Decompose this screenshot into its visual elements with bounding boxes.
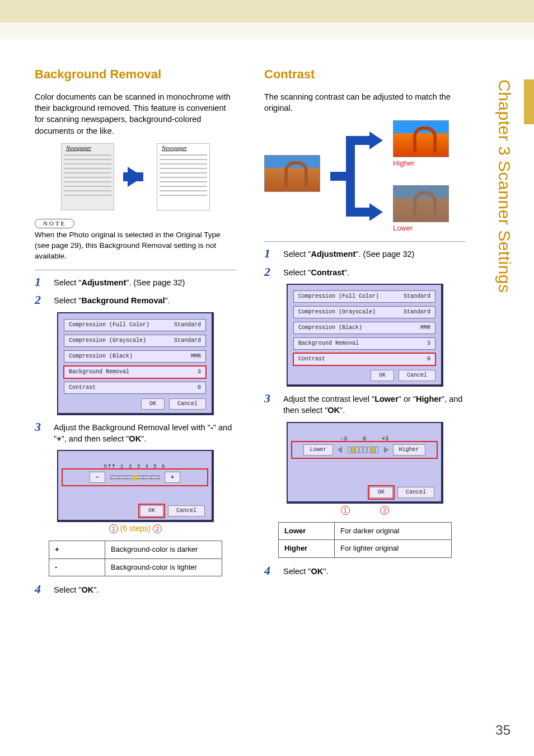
menu-row-background-removal[interactable]: Background Removal3 [64,366,206,378]
l: Contrast [298,355,325,363]
step-number: 4 [264,565,275,577]
scale-labels: Off 1 2 3 4 5 6 [65,463,205,471]
slider-thumb[interactable] [133,475,137,481]
arrow-right-icon [128,167,143,187]
step-text: Select "OK". [283,565,466,577]
contrast-reference-table: LowerFor darker original HigherFor light… [278,522,452,557]
step-1: 1 Select "Adjustment". (See page 32) [35,276,236,288]
l: Compression (Full Color) [298,293,379,300]
step-number: 2 [35,294,46,306]
menu-row-contrast[interactable]: Contrast0 [64,382,206,394]
cell: Lower [279,523,335,540]
t: Adjustment [81,278,126,287]
slider-track[interactable] [110,476,160,479]
higher-button[interactable]: Higher [393,444,425,456]
t: Select " [283,567,311,576]
ok-button[interactable]: OK [369,487,393,498]
t: OK [327,406,340,415]
step-text: Select "Adjustment". (See page 32) [283,247,466,260]
menu-row-compression-fullcolor[interactable]: Compression (Full Color)Standard [64,319,206,331]
l: Compression (Black) [298,324,362,332]
contrast-diagram: Higher Lower [264,120,466,232]
step-2: 2 Select "Background Removal". [35,294,236,306]
v: 3 [427,340,430,348]
t: Contrast [311,268,344,277]
right-column: Contrast The scanning contrast can be ad… [264,66,466,601]
minus-button[interactable]: − [90,472,105,483]
menu-row-compression-black[interactable]: Compression (Black)MMR [293,322,435,334]
v: Standard [404,308,430,316]
t: -3 [340,435,347,443]
slider-caption: 1 (6 steps) 2 [35,523,236,534]
left-column: Background Removal Color documents can b… [35,66,236,601]
newspaper-lines [64,153,111,208]
step-3: 3 Adjust the contrast level "Lower" or "… [264,392,466,416]
menu-row-contrast[interactable]: Contrast0 [293,353,435,365]
l: Compression (Grayscale) [298,308,376,316]
cancel-button[interactable]: Cancel [168,505,205,516]
step-text: Select "Background Removal". [54,294,236,306]
table-row: -Background-color is lighter [49,558,222,576]
cancel-button[interactable]: Cancel [397,487,434,498]
note-text: When the Photo original is selected in t… [35,230,236,262]
newspaper-after: Newspaper [157,143,210,210]
ok-button[interactable]: OK [140,505,163,516]
newspaper-label: Newspaper [66,144,91,152]
step-2: 2 Select "Contrast". [264,266,466,278]
cancel-button[interactable]: Cancel [169,398,206,410]
menu-row-compression-grayscale[interactable]: Compression (Grayscale)Standard [64,335,206,347]
contrast-scale-labels: -3 0 +3 [294,435,434,443]
step-4: 4 Select "OK". [35,583,236,595]
menu-row-compression-fullcolor[interactable]: Compression (Full Color)Standard [293,290,435,303]
v: MMR [191,353,201,360]
callout-2-icon: 2 [380,506,389,515]
l: Compression (Grayscale) [69,337,146,345]
t: Select " [283,250,311,259]
cell: Higher [279,540,335,557]
step-text: Adjust the contrast level "Lower" or "Hi… [283,392,466,416]
menu-row-compression-black[interactable]: Compression (Black)MMR [64,350,206,363]
contrast-track[interactable] [348,447,378,453]
t: OK [81,585,93,594]
step-number: 1 [35,276,46,288]
newspaper-before: Newspaper [61,143,114,210]
v: MMR [420,324,430,332]
section-title-bg-removal: Background Removal [35,66,236,83]
note-badge: NOTE [35,219,74,228]
l: Compression (Full Color) [69,321,149,329]
t: ". [344,268,349,277]
newspaper-diagram: Newspaper Newspaper [35,143,236,210]
step-number: 4 [35,583,46,595]
t: ". [323,567,328,576]
lower-button[interactable]: Lower [303,444,332,456]
v: 0 [198,384,201,392]
contrast-caption: 1 2 [264,505,466,516]
callout-1-icon: 1 [341,506,350,515]
v: Standard [174,337,201,345]
t: ". [165,296,170,305]
cell: For lighter original [335,540,452,557]
page-top-band-light [0,22,534,39]
newspaper-lines [160,153,207,208]
table-row: LowerFor darker original [279,523,452,540]
v: 0 [427,355,430,363]
step-text: Select "Contrast". [283,266,466,278]
callout-2-icon: 2 [153,524,162,533]
ok-button[interactable]: OK [141,398,165,410]
t: Select " [54,278,81,287]
section-title-contrast: Contrast [264,66,466,83]
l: Contrast [69,384,96,392]
plus-button[interactable]: + [165,472,180,483]
cell: - [49,558,105,576]
lcd-adjustment-menu: Compression (Full Color)Standard Compres… [287,284,443,387]
t: Higher [416,395,442,403]
photo-original [264,155,320,192]
step-text: Select "OK". [54,583,236,595]
menu-row-background-removal[interactable]: Background Removal3 [293,337,435,350]
menu-row-compression-grayscale[interactable]: Compression (Grayscale)Standard [293,306,435,318]
t: OK [311,567,323,576]
bg-removal-reference-table: +Background-color is darker -Background-… [49,541,222,576]
divider [35,270,236,270]
cancel-button[interactable]: Cancel [399,370,435,381]
ok-button[interactable]: OK [371,370,394,381]
